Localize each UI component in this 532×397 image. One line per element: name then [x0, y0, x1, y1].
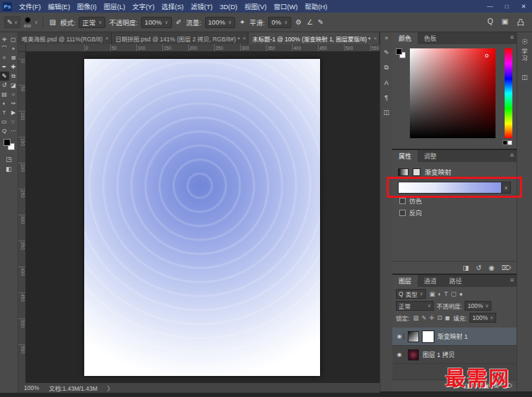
collapse-panels-icon[interactable]: »: [385, 34, 388, 41]
screen-mode-icon[interactable]: ◧: [6, 166, 12, 173]
share-icon[interactable]: 凸: [517, 17, 526, 27]
brush-tool[interactable]: ✎: [0, 72, 9, 81]
menu-item[interactable]: 图像(I): [74, 1, 100, 11]
shape-filter-icon[interactable]: ▢: [450, 290, 457, 297]
workspace-icon[interactable]: ▣: [501, 17, 510, 27]
foreground-color-swatch[interactable]: [4, 139, 11, 146]
dodge-tool[interactable]: ◐: [0, 99, 9, 108]
hand-tool[interactable]: ☞: [9, 117, 18, 126]
chevron-down-icon[interactable]: ∨: [34, 20, 38, 25]
layer-thumbnail[interactable]: [408, 349, 419, 361]
mini-foreground-swatch[interactable]: [396, 48, 402, 55]
healing-brush-tool[interactable]: ✚: [9, 62, 18, 72]
lock-pixels-icon[interactable]: ✎: [420, 314, 427, 321]
vertical-ruler[interactable]: 050100150200250300350400450500550: [18, 52, 26, 383]
adjustment-filter-icon[interactable]: ◐: [437, 290, 442, 297]
mini-foreground-background-swatch[interactable]: [396, 48, 406, 58]
flow-select[interactable]: 100% ∨: [205, 17, 235, 28]
path-selection-tool[interactable]: ▶: [9, 108, 18, 117]
panel-tab[interactable]: 图层: [392, 275, 418, 287]
mode-select[interactable]: 正常 ∨: [79, 17, 105, 28]
frame-tool[interactable]: ⊠: [9, 53, 18, 62]
delete-layer-icon[interactable]: ⌦: [504, 382, 512, 389]
learn-label[interactable]: 学习: [521, 48, 528, 62]
brush-angle-icon[interactable]: ∠: [306, 18, 314, 26]
menu-item[interactable]: 选择(S): [158, 1, 187, 11]
history-brush-tool[interactable]: ↺: [0, 81, 9, 90]
new-adjustment-layer-icon[interactable]: ◐: [475, 382, 479, 389]
search-icon[interactable]: Q: [486, 17, 493, 27]
menu-item[interactable]: 文件(F): [15, 1, 44, 11]
panel-tab[interactable]: 通道: [418, 275, 443, 287]
panel-menu-icon[interactable]: ≡: [510, 276, 514, 283]
document-tab[interactable]: 日期拼图.psd @ 141% (图层 2 拷贝, RGB/8#) * ×: [112, 32, 248, 44]
paragraph-panel-icon[interactable]: ¶: [385, 94, 388, 101]
layer-effects-icon[interactable]: fx: [455, 382, 460, 389]
visibility-eye-icon[interactable]: ◉: [395, 333, 404, 339]
layer-row-image[interactable]: ◉ 图层 1 拷贝: [392, 346, 517, 364]
ruler-origin[interactable]: [18, 44, 26, 52]
libraries-icon[interactable]: ◫: [521, 74, 528, 81]
document-canvas[interactable]: [84, 59, 320, 376]
menu-item[interactable]: 帮助(H): [301, 1, 331, 11]
close-button[interactable]: ✕: [515, 0, 532, 13]
saturation-brightness-field[interactable]: [410, 48, 496, 138]
blur-tool[interactable]: ○: [9, 90, 18, 99]
more-tools[interactable]: ⋯: [9, 126, 18, 135]
brush-tool-preview[interactable]: ✎ ∨: [4, 16, 20, 28]
zoom-tool[interactable]: Q: [0, 126, 9, 135]
document-tab[interactable]: 未标题-1 @ 100% (渐变映射 1, 图层蒙版/8) * ×: [248, 32, 380, 44]
delete-icon[interactable]: ⌦: [502, 264, 511, 271]
panel-tab[interactable]: 路径: [443, 275, 468, 287]
quick-mask-icon[interactable]: ◳: [6, 156, 12, 163]
pressure-size-icon[interactable]: ✎: [317, 18, 324, 26]
lock-all-icon[interactable]: ◼: [444, 314, 451, 321]
close-icon[interactable]: ×: [373, 35, 377, 41]
visibility-icon[interactable]: ◉: [488, 264, 494, 271]
hue-slider[interactable]: [505, 48, 512, 138]
color-picker-handle[interactable]: [485, 54, 488, 58]
gradient-picker-caret[interactable]: ∨: [502, 182, 511, 194]
smoothing-select[interactable]: 0% ∨: [268, 17, 291, 28]
lasso-tool[interactable]: ⌒: [0, 44, 9, 53]
fill-select[interactable]: 100% ∨: [470, 313, 496, 323]
minimize-button[interactable]: —: [481, 0, 498, 13]
layer-mask-thumbnail[interactable]: [423, 331, 434, 342]
type-tool[interactable]: T: [0, 108, 9, 117]
panel-tab[interactable]: 调整: [418, 150, 443, 162]
horizontal-ruler[interactable]: 050100150200250300350400450500550: [26, 44, 380, 52]
smoothing-settings-icon[interactable]: ⚙: [295, 18, 302, 26]
panel-tab[interactable]: 色板: [418, 32, 443, 44]
previous-state-icon[interactable]: ↺: [476, 264, 481, 271]
layer-opacity-select[interactable]: 100% ∨: [465, 301, 491, 311]
crop-tool[interactable]: ⌗: [0, 53, 9, 62]
libraries-panel-icon[interactable]: ◫: [383, 109, 390, 116]
character-panel-icon[interactable]: A: [384, 79, 388, 86]
eraser-tool[interactable]: ◪: [9, 81, 18, 90]
pen-tool[interactable]: ✑: [9, 99, 18, 108]
clone-source-icon[interactable]: ⧉: [384, 64, 388, 72]
brush-preset-picker[interactable]: 600: [24, 17, 31, 28]
adjustment-layer-thumbnail[interactable]: [408, 331, 419, 342]
dither-checkbox[interactable]: [399, 198, 406, 204]
lock-position-icon[interactable]: ✛: [429, 314, 435, 321]
shape-tool[interactable]: ▭: [0, 117, 9, 126]
gradient-preview-bar[interactable]: [398, 182, 502, 194]
new-group-icon[interactable]: ▣: [484, 382, 489, 389]
visibility-eye-icon[interactable]: ◉: [395, 351, 404, 358]
document-tab[interactable]: 唯美海报.psd @ 111%(RGB/8) ×: [18, 32, 112, 44]
menu-item[interactable]: 图层(L): [100, 1, 129, 11]
menu-item[interactable]: 文字(Y): [128, 1, 158, 11]
foreground-background-swatch[interactable]: [4, 139, 15, 150]
lock-transparency-icon[interactable]: ▨: [412, 314, 419, 321]
close-icon[interactable]: ×: [105, 35, 109, 41]
smart-object-filter-icon[interactable]: ●: [458, 290, 463, 297]
panel-tab[interactable]: 属性: [392, 150, 418, 162]
menu-item[interactable]: 窗口(W): [270, 1, 301, 11]
menu-item[interactable]: 3D(D): [216, 3, 241, 11]
eyedropper-tool[interactable]: ✒: [0, 62, 9, 72]
status-options-caret[interactable]: 〉: [107, 384, 114, 392]
marquee-tool[interactable]: ▢: [9, 35, 18, 44]
brush-settings-icon[interactable]: ✎: [384, 49, 390, 56]
clone-stamp-tool[interactable]: ⧉: [9, 72, 18, 81]
